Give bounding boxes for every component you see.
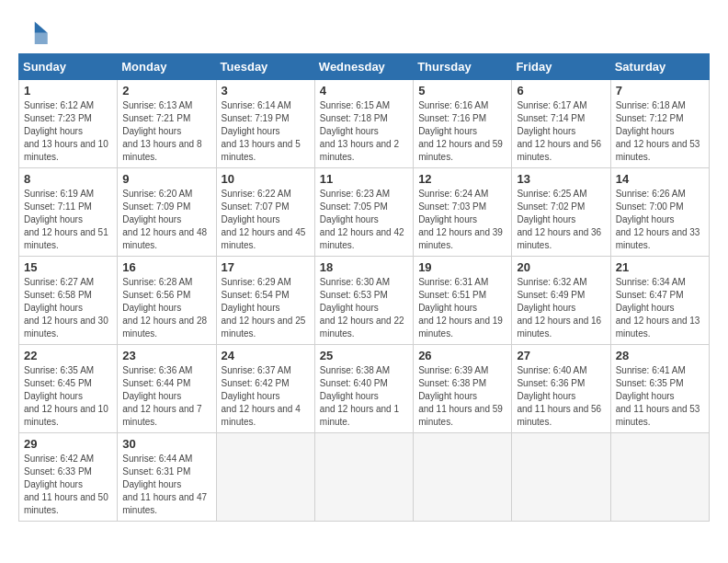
header-cell-saturday: Saturday [610,54,709,80]
day-info: Sunrise: 6:44 AM Sunset: 6:31 PM Dayligh… [122,454,207,515]
day-number: 2 [122,84,210,98]
calendar-cell: 6 Sunrise: 6:17 AM Sunset: 7:14 PM Dayli… [512,80,610,168]
day-info: Sunrise: 6:15 AM Sunset: 7:18 PM Dayligh… [320,100,399,162]
day-info: Sunrise: 6:29 AM Sunset: 6:54 PM Dayligh… [222,277,306,339]
day-number: 1 [24,84,112,98]
calendar-cell: 2 Sunrise: 6:13 AM Sunset: 7:21 PM Dayli… [118,80,216,168]
calendar-cell: 17 Sunrise: 6:29 AM Sunset: 6:54 PM Dayl… [216,257,314,345]
calendar-cell: 12 Sunrise: 6:24 AM Sunset: 7:03 PM Dayl… [414,168,512,257]
day-number: 19 [418,260,506,274]
day-info: Sunrise: 6:41 AM Sunset: 6:35 PM Dayligh… [616,365,700,427]
day-info: Sunrise: 6:13 AM Sunset: 7:21 PM Dayligh… [122,100,201,162]
calendar-cell [314,433,413,522]
calendar-week-row: 8 Sunrise: 6:19 AM Sunset: 7:11 PM Dayli… [19,168,710,257]
calendar-cell: 29 Sunrise: 6:42 AM Sunset: 6:33 PM Dayl… [19,433,118,522]
day-number: 25 [320,349,408,362]
calendar-table: SundayMondayTuesdayWednesdayThursdayFrid… [18,53,710,522]
day-info: Sunrise: 6:35 AM Sunset: 6:45 PM Dayligh… [24,365,108,427]
calendar-cell [216,433,314,522]
calendar-cell: 7 Sunrise: 6:18 AM Sunset: 7:12 PM Dayli… [610,80,709,168]
calendar-cell: 18 Sunrise: 6:30 AM Sunset: 6:53 PM Dayl… [314,257,413,345]
day-number: 9 [122,172,210,186]
day-info: Sunrise: 6:39 AM Sunset: 6:38 PM Dayligh… [418,365,503,427]
day-number: 7 [616,84,704,98]
day-number: 29 [24,437,112,451]
calendar-cell: 16 Sunrise: 6:28 AM Sunset: 6:56 PM Dayl… [118,257,216,345]
calendar-cell: 14 Sunrise: 6:26 AM Sunset: 7:00 PM Dayl… [610,168,709,257]
calendar-cell [512,433,610,522]
day-number: 11 [320,172,408,186]
calendar-cell: 26 Sunrise: 6:39 AM Sunset: 6:38 PM Dayl… [414,345,512,433]
day-info: Sunrise: 6:34 AM Sunset: 6:47 PM Dayligh… [616,277,700,339]
day-number: 12 [418,172,506,186]
calendar-cell: 4 Sunrise: 6:15 AM Sunset: 7:18 PM Dayli… [314,80,413,168]
day-info: Sunrise: 6:12 AM Sunset: 7:23 PM Dayligh… [24,100,108,162]
header-cell-monday: Monday [118,54,216,80]
day-number: 16 [122,260,210,274]
day-info: Sunrise: 6:19 AM Sunset: 7:11 PM Dayligh… [24,189,108,250]
calendar-cell: 19 Sunrise: 6:31 AM Sunset: 6:51 PM Dayl… [414,257,512,345]
day-number: 13 [517,172,605,186]
day-info: Sunrise: 6:18 AM Sunset: 7:12 PM Dayligh… [616,100,700,162]
calendar-week-row: 1 Sunrise: 6:12 AM Sunset: 7:23 PM Dayli… [19,80,710,168]
day-info: Sunrise: 6:14 AM Sunset: 7:19 PM Dayligh… [222,100,301,162]
calendar-week-row: 15 Sunrise: 6:27 AM Sunset: 6:58 PM Dayl… [19,257,710,345]
header-cell-thursday: Thursday [414,54,512,80]
day-number: 14 [616,172,704,186]
day-info: Sunrise: 6:28 AM Sunset: 6:56 PM Dayligh… [122,277,207,339]
day-info: Sunrise: 6:23 AM Sunset: 7:05 PM Dayligh… [320,189,404,250]
svg-marker-1 [35,33,48,44]
day-number: 17 [222,260,310,274]
calendar-cell: 10 Sunrise: 6:22 AM Sunset: 7:07 PM Dayl… [216,168,314,257]
day-info: Sunrise: 6:25 AM Sunset: 7:02 PM Dayligh… [517,189,601,250]
day-info: Sunrise: 6:37 AM Sunset: 6:42 PM Dayligh… [222,365,301,427]
day-number: 24 [222,349,310,362]
calendar-cell [414,433,512,522]
svg-marker-0 [35,22,48,33]
header-cell-wednesday: Wednesday [314,54,413,80]
day-number: 22 [24,349,112,362]
day-info: Sunrise: 6:16 AM Sunset: 7:16 PM Dayligh… [418,100,503,162]
day-number: 5 [418,84,506,98]
day-number: 3 [222,84,310,98]
day-number: 8 [24,172,112,186]
calendar-cell: 30 Sunrise: 6:44 AM Sunset: 6:31 PM Dayl… [118,433,216,522]
day-info: Sunrise: 6:30 AM Sunset: 6:53 PM Dayligh… [320,277,404,339]
page-header [18,18,710,44]
calendar-cell: 24 Sunrise: 6:37 AM Sunset: 6:42 PM Dayl… [216,345,314,433]
day-info: Sunrise: 6:22 AM Sunset: 7:07 PM Dayligh… [222,189,306,250]
header-cell-sunday: Sunday [19,54,118,80]
calendar-cell: 22 Sunrise: 6:35 AM Sunset: 6:45 PM Dayl… [19,345,118,433]
day-info: Sunrise: 6:27 AM Sunset: 6:58 PM Dayligh… [24,277,108,339]
calendar-cell: 21 Sunrise: 6:34 AM Sunset: 6:47 PM Dayl… [610,257,709,345]
calendar-cell: 23 Sunrise: 6:36 AM Sunset: 6:44 PM Dayl… [118,345,216,433]
day-info: Sunrise: 6:42 AM Sunset: 6:33 PM Dayligh… [24,454,108,515]
calendar-week-row: 29 Sunrise: 6:42 AM Sunset: 6:33 PM Dayl… [19,433,710,522]
header-cell-friday: Friday [512,54,610,80]
calendar-cell: 9 Sunrise: 6:20 AM Sunset: 7:09 PM Dayli… [118,168,216,257]
calendar-cell: 8 Sunrise: 6:19 AM Sunset: 7:11 PM Dayli… [19,168,118,257]
calendar-cell: 5 Sunrise: 6:16 AM Sunset: 7:16 PM Dayli… [414,80,512,168]
calendar-week-row: 22 Sunrise: 6:35 AM Sunset: 6:45 PM Dayl… [19,345,710,433]
day-number: 15 [24,260,112,274]
day-info: Sunrise: 6:31 AM Sunset: 6:51 PM Dayligh… [418,277,503,339]
day-number: 26 [418,349,506,362]
day-info: Sunrise: 6:36 AM Sunset: 6:44 PM Dayligh… [122,365,201,427]
day-number: 6 [517,84,605,98]
day-info: Sunrise: 6:38 AM Sunset: 6:40 PM Dayligh… [320,365,399,427]
logo [18,18,51,44]
day-info: Sunrise: 6:26 AM Sunset: 7:00 PM Dayligh… [616,189,700,250]
calendar-cell: 1 Sunrise: 6:12 AM Sunset: 7:23 PM Dayli… [19,80,118,168]
day-info: Sunrise: 6:40 AM Sunset: 6:36 PM Dayligh… [517,365,601,427]
day-number: 4 [320,84,408,98]
logo-icon [18,18,48,44]
calendar-cell: 13 Sunrise: 6:25 AM Sunset: 7:02 PM Dayl… [512,168,610,257]
calendar-cell: 28 Sunrise: 6:41 AM Sunset: 6:35 PM Dayl… [610,345,709,433]
calendar-cell: 20 Sunrise: 6:32 AM Sunset: 6:49 PM Dayl… [512,257,610,345]
day-number: 23 [122,349,210,362]
day-info: Sunrise: 6:20 AM Sunset: 7:09 PM Dayligh… [122,189,207,250]
calendar-cell: 25 Sunrise: 6:38 AM Sunset: 6:40 PM Dayl… [314,345,413,433]
day-number: 10 [222,172,310,186]
calendar-cell: 27 Sunrise: 6:40 AM Sunset: 6:36 PM Dayl… [512,345,610,433]
calendar-cell: 11 Sunrise: 6:23 AM Sunset: 7:05 PM Dayl… [314,168,413,257]
